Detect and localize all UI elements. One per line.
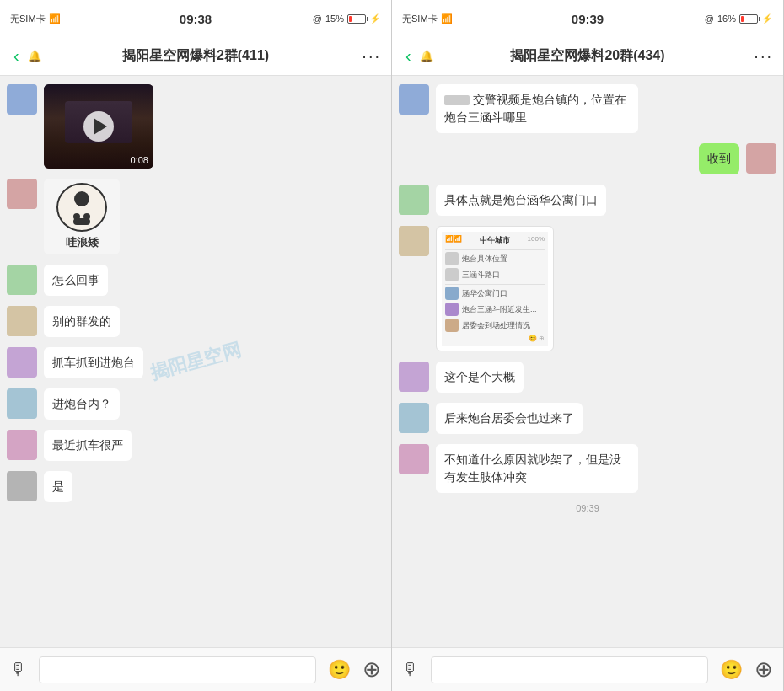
back-button-2[interactable]: ‹	[402, 43, 415, 69]
add-button-2[interactable]: ⊕	[754, 656, 773, 683]
bubble-3: 怎么回事	[44, 265, 108, 296]
text-input-1[interactable]	[39, 656, 316, 683]
msg-row-3: 怎么回事	[7, 265, 384, 296]
msg-row-p2-5: 这个是个大概	[399, 362, 776, 393]
avatar-p2-4	[399, 226, 429, 256]
battery-fill-2	[741, 16, 744, 22]
chat-area-1: 揭阳星空网 0:08	[0, 76, 391, 647]
nav-title-1: 揭阳星空网爆料2群(411)	[122, 47, 269, 65]
add-button-1[interactable]: ⊕	[362, 656, 381, 683]
bubble-p2-5: 这个是个大概	[436, 362, 524, 393]
charging-icon-1: ⚡	[369, 13, 381, 24]
carrier-1: 无SIM卡	[10, 13, 46, 25]
avatar-3	[7, 265, 37, 295]
timestamp-p2: 09:39	[399, 503, 776, 513]
bubble-p2-6: 后来炮台居委会也过来了	[436, 403, 583, 434]
msg-row-5: 抓车抓到进炮台	[7, 347, 384, 378]
msg-row-video: 0:08	[7, 84, 384, 169]
text-input-2[interactable]	[431, 656, 708, 683]
battery-2	[739, 14, 758, 24]
msg-row-p2-2: 收到	[399, 143, 776, 174]
bubble-4: 别的群发的	[44, 306, 120, 337]
battery-pct-2: 16%	[717, 13, 736, 24]
back-button-1[interactable]: ‹	[10, 43, 23, 69]
bell-icon-2: 🔔	[420, 50, 433, 62]
time-2: 09:39	[572, 12, 604, 26]
msg-row-7: 最近抓车很严	[7, 430, 384, 461]
msg-row-p2-6: 后来炮台居委会也过来了	[399, 403, 776, 434]
avatar-4	[7, 306, 37, 336]
play-button[interactable]	[83, 111, 114, 142]
battery-pct-1: 15%	[325, 13, 344, 24]
sticker-text: 哇浪矮	[66, 235, 99, 250]
bell-icon-1: 🔔	[28, 50, 41, 62]
status-right-2: @ 16% ⚡	[689, 13, 773, 24]
bottom-bar-2: 🎙 🙂 ⊕	[392, 647, 783, 691]
status-bar-1: 无SIM卡 📶 09:38 @ 15% ⚡	[0, 0, 391, 37]
bubble-p2-1: 交警视频是炮台镇的，位置在炮台三涵斗哪里	[436, 84, 638, 133]
bubble-7: 最近抓车很严	[44, 430, 132, 461]
phone-1: 无SIM卡 📶 09:38 @ 15% ⚡ ‹ 揭阳星空网爆料2群(411) 🔔…	[0, 0, 392, 691]
sticker-inner: 哇浪矮	[48, 183, 115, 250]
msg-row-6: 进炮台内？	[7, 388, 384, 420]
avatar-p2-7	[399, 444, 429, 474]
screenshot-inner: 📶📶中午城市100% 炮台具体位置 三涵斗路口 涵华公寓门口	[442, 232, 548, 346]
carrier-2: 无SIM卡	[402, 13, 438, 25]
time-1: 09:38	[180, 12, 212, 26]
avatar-6	[7, 388, 37, 419]
avatar-7	[7, 430, 37, 460]
msg-row-p2-4: 📶📶中午城市100% 炮台具体位置 三涵斗路口 涵华公寓门口	[399, 226, 776, 351]
avatar-p2-3	[399, 185, 429, 215]
avatar-2	[7, 179, 37, 209]
wifi-icon-1: 📶	[49, 13, 61, 24]
status-left-2: 无SIM卡 📶	[402, 13, 486, 25]
voice-button-2[interactable]: 🎙	[402, 660, 419, 679]
msg-row-4: 别的群发的	[7, 306, 384, 337]
phone-2: 无SIM卡 📶 09:39 @ 16% ⚡ ‹ 揭阳星空网爆料20群(434) …	[392, 0, 784, 691]
bubble-p2-7: 不知道什么原因就吵架了，但是没有发生肢体冲突	[436, 444, 638, 493]
video-duration: 0:08	[131, 155, 148, 165]
battery-1	[347, 14, 366, 24]
battery-fill-1	[349, 16, 352, 22]
avatar-8	[7, 471, 37, 501]
msg-row-8: 是	[7, 471, 384, 502]
msg-row-p2-1: 交警视频是炮台镇的，位置在炮台三涵斗哪里	[399, 84, 776, 133]
chat-area-2: 交警视频是炮台镇的，位置在炮台三涵斗哪里 收到 具体点就是炮台涵华公寓门口 📶📶…	[392, 76, 783, 647]
charging-icon-2: ⚡	[761, 13, 773, 24]
bubble-p2-2: 收到	[699, 143, 739, 174]
status-left-1: 无SIM卡 📶	[10, 13, 94, 25]
avatar-1	[7, 84, 37, 115]
battery-body-2	[739, 14, 758, 24]
msg-row-p2-7: 不知道什么原因就吵架了，但是没有发生肢体冲突	[399, 444, 776, 493]
video-bubble[interactable]: 0:08	[44, 84, 153, 169]
status-bar-2: 无SIM卡 📶 09:39 @ 16% ⚡	[392, 0, 783, 37]
avatar-p2-2-right	[746, 143, 776, 174]
more-button-2[interactable]: ···	[754, 46, 773, 66]
emoji-button-2[interactable]: 🙂	[720, 659, 743, 681]
avatar-5	[7, 347, 37, 378]
bubble-6: 进炮台内？	[44, 388, 120, 420]
battery-body-1	[347, 14, 366, 24]
bottom-bar-1: 🎙 🙂 ⊕	[0, 647, 391, 691]
avatar-p2-1	[399, 84, 429, 115]
more-button-1[interactable]: ···	[362, 46, 381, 66]
avatar-p2-5	[399, 362, 429, 392]
screenshot-bubble[interactable]: 📶📶中午城市100% 炮台具体位置 三涵斗路口 涵华公寓门口	[436, 226, 554, 351]
msg-row-sticker: 哇浪矮	[7, 179, 384, 254]
nav-bar-2: ‹ 揭阳星空网爆料20群(434) 🔔 ···	[392, 37, 783, 76]
emoji-button-1[interactable]: 🙂	[328, 659, 351, 681]
status-right-1: @ 15% ⚡	[297, 13, 381, 24]
nav-title-2: 揭阳星空网爆料20群(434)	[510, 47, 664, 65]
nav-bar-1: ‹ 揭阳星空网爆料2群(411) 🔔 ···	[0, 37, 391, 76]
bubble-p2-3: 具体点就是炮台涵华公寓门口	[436, 185, 606, 216]
msg-row-p2-3: 具体点就是炮台涵华公寓门口	[399, 185, 776, 216]
bubble-5: 抓车抓到进炮台	[44, 347, 143, 378]
bubble-8: 是	[44, 471, 72, 502]
voice-button-1[interactable]: 🎙	[10, 660, 27, 679]
antenna-icon-2: @	[705, 13, 714, 24]
wifi-icon-2: 📶	[441, 13, 453, 24]
sticker-bubble: 哇浪矮	[44, 179, 120, 254]
avatar-p2-6	[399, 403, 429, 433]
antenna-icon-1: @	[313, 13, 322, 24]
